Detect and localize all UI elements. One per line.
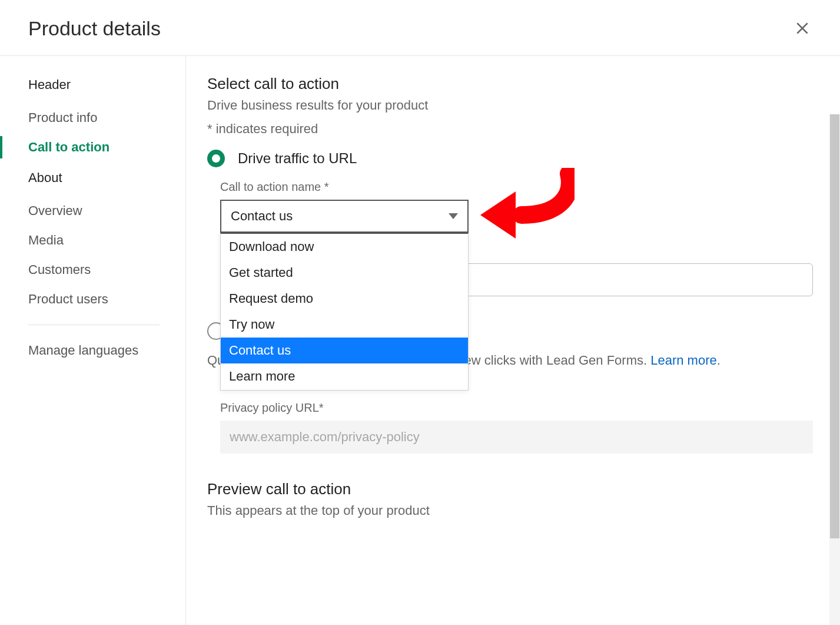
sidebar-item-media[interactable]: Media	[28, 226, 185, 255]
radio-selected-icon	[207, 150, 225, 167]
sidebar-item-manage-languages[interactable]: Manage languages	[28, 336, 185, 365]
sidebar-item-label: Product users	[28, 292, 108, 306]
page-title: Product details	[28, 17, 161, 40]
sidebar-item-customers[interactable]: Customers	[28, 255, 185, 285]
cta-option-get-started[interactable]: Get started	[221, 260, 468, 286]
option-label: Get started	[229, 265, 293, 280]
sidebar-item-product-users[interactable]: Product users	[28, 285, 185, 314]
cta-option-contact-us[interactable]: Contact us	[221, 338, 468, 363]
preview-sub: This appears at the top of your product	[207, 503, 430, 518]
sidebar-item-label: Call to action	[28, 140, 109, 154]
sidebar-item-label: Customers	[28, 262, 91, 277]
main-panel: Select call to action Drive business res…	[186, 56, 840, 625]
sidebar-item-label: Overview	[28, 203, 82, 218]
section-subheading: Drive business results for your product	[207, 98, 816, 113]
scrollbar[interactable]	[829, 114, 840, 625]
sidebar-item-label: Product info	[28, 110, 97, 125]
cta-option-download-now[interactable]: Download now	[221, 234, 468, 260]
sidebar-item-call-to-action[interactable]: Call to action	[28, 133, 185, 162]
annotation-arrow-icon	[474, 168, 575, 244]
option-label: Request demo	[229, 291, 313, 306]
option-label: Learn more	[229, 369, 296, 383]
radio-label: Drive traffic to URL	[238, 150, 357, 167]
lead-gen-suffix: .	[717, 353, 721, 368]
sidebar-group-header: Header	[28, 77, 185, 92]
learn-more-link[interactable]: Learn more	[650, 353, 717, 368]
cta-name-label: Call to action name *	[220, 180, 816, 194]
privacy-url-input[interactable]: www.example.com/privacy-policy	[220, 421, 813, 454]
sidebar-group-about: About	[28, 170, 185, 186]
close-icon	[795, 21, 810, 36]
privacy-url-label: Privacy policy URL*	[220, 401, 813, 415]
cta-option-try-now[interactable]: Try now	[221, 312, 468, 338]
sidebar-divider	[28, 325, 160, 325]
section-heading: Select call to action	[207, 75, 816, 93]
radio-drive-traffic[interactable]: Drive traffic to URL	[207, 150, 816, 167]
option-label: Download now	[229, 239, 314, 254]
link-label: Learn more	[650, 353, 717, 368]
option-label: Contact us	[229, 343, 291, 358]
required-indicator: * indicates required	[207, 121, 816, 137]
cta-name-dropdown: Download now Get started Request demo Tr…	[220, 233, 469, 391]
sidebar-item-label: Manage languages	[28, 343, 138, 358]
sidebar-item-overview[interactable]: Overview	[28, 196, 185, 226]
sidebar: Header Product info Call to action About…	[0, 56, 186, 625]
privacy-url-placeholder: www.example.com/privacy-policy	[230, 429, 420, 445]
cta-option-request-demo[interactable]: Request demo	[221, 286, 468, 312]
sidebar-item-label: Media	[28, 233, 64, 247]
close-button[interactable]	[791, 16, 814, 40]
cta-name-select[interactable]: Contact us	[220, 200, 469, 233]
sidebar-item-product-info[interactable]: Product info	[28, 103, 185, 133]
cta-option-learn-more[interactable]: Learn more	[221, 363, 468, 389]
chevron-down-icon	[449, 213, 458, 219]
cta-selected-value: Contact us	[231, 209, 293, 224]
option-label: Try now	[229, 317, 274, 332]
preview-heading: Preview call to action	[207, 480, 430, 498]
scroll-thumb[interactable]	[830, 114, 839, 538]
